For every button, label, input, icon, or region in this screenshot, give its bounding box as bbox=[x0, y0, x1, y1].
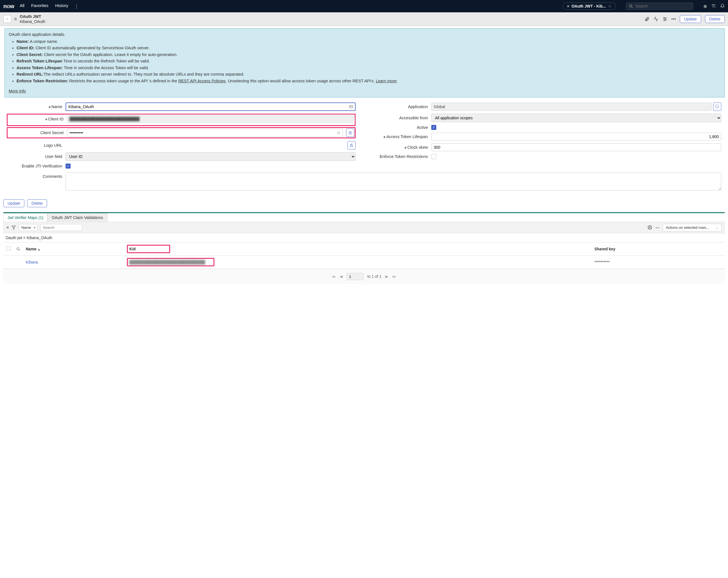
form-left-col: Name Client ID Client Secr bbox=[7, 103, 356, 171]
related-tabs: Jwt Verifier Maps (1) OAuth JWT Claim Va… bbox=[3, 212, 725, 222]
client-id-label: Client ID bbox=[8, 117, 67, 121]
pager-next-icon[interactable]: ▶ bbox=[385, 274, 388, 279]
active-label: Active bbox=[372, 125, 431, 130]
info-item: Client Secret: Client secret for the OAu… bbox=[17, 52, 721, 58]
settings-icon[interactable] bbox=[662, 17, 668, 22]
svg-point-9 bbox=[350, 106, 351, 107]
svg-point-7 bbox=[664, 20, 665, 21]
list-table: Name ▲ Kid Shared key Kibana ███████████… bbox=[3, 242, 725, 269]
pager-first-icon[interactable]: ⏮ bbox=[332, 274, 336, 279]
info-item: Redirect URL:The rediect URLs authorizat… bbox=[17, 71, 721, 77]
logo-url-label: Logo URL bbox=[7, 143, 66, 147]
update-button[interactable]: Update bbox=[680, 15, 701, 23]
pager-text: to 1 of 1 bbox=[367, 274, 382, 279]
client-id-input[interactable] bbox=[67, 115, 354, 123]
tab-claim-validations[interactable]: OAuth JWT Claim Validations bbox=[48, 213, 107, 222]
info-item: Refresh Token Lifespan Time in seconds t… bbox=[17, 58, 721, 64]
list-menu-icon[interactable]: ≡ bbox=[6, 225, 9, 230]
application-label: Application bbox=[372, 105, 431, 109]
rest-api-link[interactable]: REST API Access Policies bbox=[178, 79, 226, 83]
lock-icon[interactable] bbox=[346, 129, 354, 137]
card-icon[interactable] bbox=[349, 105, 353, 109]
nav-more-icon[interactable]: ⋮ bbox=[74, 3, 79, 9]
svg-point-5 bbox=[664, 17, 665, 18]
table-row[interactable]: Kibana ██████████████████████████ ******… bbox=[3, 255, 725, 269]
record-name: Kibana_OAuth bbox=[20, 19, 45, 24]
bell-icon[interactable] bbox=[720, 4, 725, 9]
nav-links: All Favorites History ⋮ bbox=[20, 3, 79, 9]
row-shared: ********** bbox=[592, 255, 725, 269]
accessible-label: Accessible from bbox=[372, 116, 431, 120]
top-icons: ⊕ ?⃝ bbox=[703, 4, 725, 9]
user-field-select[interactable]: User ID bbox=[66, 152, 356, 161]
info-item: Name: A unique name. bbox=[17, 38, 721, 45]
search-input[interactable] bbox=[635, 4, 690, 8]
globe-icon[interactable]: ⊕ bbox=[703, 4, 707, 9]
row-name-link[interactable]: Kibana bbox=[23, 255, 124, 269]
key-icon[interactable]: ⊙ bbox=[337, 131, 340, 135]
comments-label: Comments bbox=[7, 172, 66, 179]
pager: ⏮ ◀ to 1 of 1 ▶ ⏭ bbox=[3, 269, 725, 284]
delete-button-bottom[interactable]: Delete bbox=[27, 199, 47, 207]
name-input[interactable] bbox=[66, 103, 356, 111]
jti-checkbox[interactable]: ✓ bbox=[66, 164, 71, 169]
lock-icon[interactable] bbox=[347, 141, 356, 149]
clock-skew-input[interactable] bbox=[431, 143, 721, 151]
comments-textarea[interactable] bbox=[66, 172, 721, 190]
nav-history[interactable]: History bbox=[55, 3, 68, 9]
client-secret-input[interactable] bbox=[67, 129, 343, 137]
actions-select[interactable]: Actions on selected rows... ⌄ bbox=[663, 224, 722, 231]
list-search-input[interactable] bbox=[41, 224, 82, 231]
top-nav: now All Favorites History ⋮ ≡ OAuth JWT … bbox=[0, 0, 728, 12]
token-lifespan-input[interactable] bbox=[431, 133, 721, 141]
svg-rect-13 bbox=[350, 145, 353, 147]
col-kid[interactable]: Kid bbox=[129, 247, 136, 251]
nav-favorites[interactable]: Favorites bbox=[31, 3, 49, 9]
info-item: Access Token Lifespan: Time in seconds t… bbox=[17, 65, 721, 71]
tab-label: OAuth JWT - Kib... bbox=[571, 4, 606, 8]
accessible-select[interactable]: All application scopes bbox=[431, 114, 721, 122]
row-kid: ██████████████████████████ bbox=[129, 260, 205, 264]
menu-icon[interactable]: ≡ bbox=[14, 16, 17, 22]
search-icon[interactable] bbox=[16, 247, 20, 251]
more-info-link[interactable]: More Info bbox=[9, 88, 721, 94]
pager-current[interactable] bbox=[347, 273, 363, 280]
select-all-checkbox[interactable] bbox=[6, 246, 11, 251]
active-checkbox[interactable]: ✓ bbox=[431, 125, 436, 130]
svg-point-6 bbox=[665, 19, 666, 20]
list-breadcrumb[interactable]: Oauth jwt = Kibana_OAuth bbox=[0, 233, 728, 242]
bottom-actions: Update Delete bbox=[0, 196, 728, 211]
jti-label: Enable JTI Verification bbox=[7, 164, 66, 168]
svg-rect-8 bbox=[349, 105, 353, 108]
col-name[interactable]: Name ▲ bbox=[23, 242, 124, 255]
more-actions-icon[interactable]: ••• bbox=[671, 17, 676, 22]
info-icon[interactable]: ⓘ bbox=[713, 103, 721, 111]
svg-rect-12 bbox=[349, 133, 351, 134]
learn-more-link[interactable]: Learn more bbox=[376, 79, 396, 83]
info-item: Enforce Token Restriction: Restricts the… bbox=[17, 78, 721, 84]
filter-icon[interactable] bbox=[11, 225, 16, 230]
application-input bbox=[431, 103, 711, 111]
search-field-select[interactable]: Name ▾ bbox=[19, 224, 37, 231]
pager-last-icon[interactable]: ⏭ bbox=[392, 274, 396, 279]
update-button-bottom[interactable]: Update bbox=[3, 199, 24, 207]
active-tab-pill[interactable]: ≡ OAuth JWT - Kib... ☆ bbox=[563, 2, 616, 10]
user-field-label: User field bbox=[7, 154, 66, 159]
delete-button[interactable]: Delete bbox=[705, 15, 725, 23]
help-icon[interactable]: ?⃝ bbox=[711, 4, 716, 9]
gear-icon[interactable] bbox=[648, 225, 652, 230]
attachment-icon[interactable] bbox=[645, 17, 650, 22]
minus-icon[interactable]: — bbox=[655, 225, 659, 230]
star-icon[interactable]: ☆ bbox=[608, 4, 612, 8]
record-title: OAuth JWT Kibana_OAuth bbox=[20, 14, 45, 24]
tab-jwt-verifier[interactable]: Jwt Verifier Maps (1) bbox=[3, 213, 48, 222]
col-shared[interactable]: Shared key bbox=[592, 242, 725, 255]
header-actions: ••• Update Delete bbox=[645, 15, 725, 23]
pager-prev-icon[interactable]: ◀ bbox=[340, 274, 343, 279]
enforce-checkbox[interactable] bbox=[431, 154, 436, 159]
activity-icon[interactable] bbox=[653, 17, 658, 22]
name-label: Name bbox=[7, 105, 66, 109]
nav-all[interactable]: All bbox=[20, 3, 25, 9]
search-box[interactable] bbox=[626, 2, 693, 10]
back-button[interactable] bbox=[3, 15, 11, 23]
